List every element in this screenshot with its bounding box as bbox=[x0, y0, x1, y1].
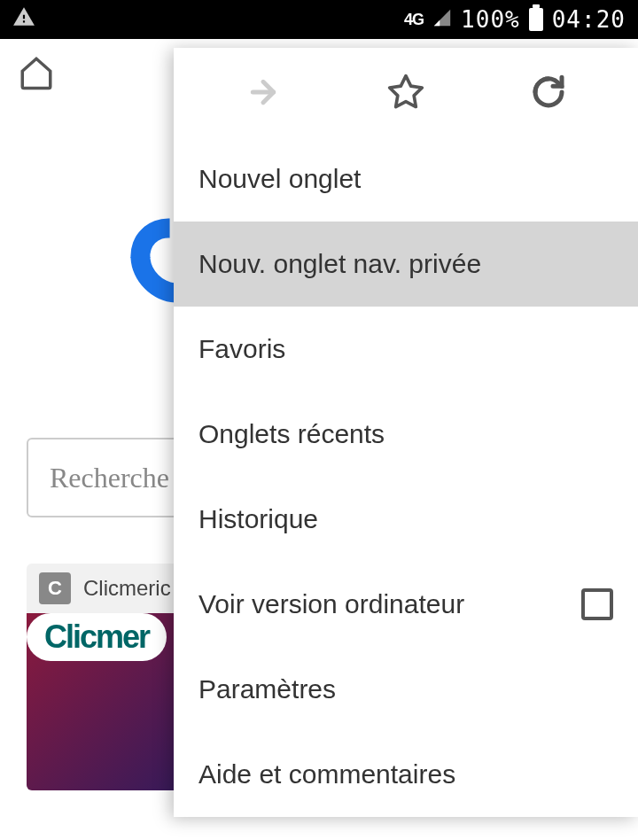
home-icon[interactable] bbox=[18, 54, 55, 95]
clock: 04:20 bbox=[552, 6, 626, 33]
menu-icon-row bbox=[174, 48, 638, 136]
card-logo: Clicmer bbox=[27, 613, 167, 661]
menu-item-history[interactable]: Historique bbox=[174, 477, 638, 562]
overflow-menu: Nouvel onglet Nouv. onglet nav. privée F… bbox=[174, 48, 638, 817]
menu-item-label: Voir version ordinateur bbox=[198, 589, 464, 619]
menu-item-bookmarks[interactable]: Favoris bbox=[174, 307, 638, 392]
menu-item-new-tab[interactable]: Nouvel onglet bbox=[174, 136, 638, 222]
menu-item-label: Nouv. onglet nav. privée bbox=[198, 249, 481, 279]
forward-icon bbox=[242, 71, 284, 113]
battery-percentage: 100% bbox=[461, 6, 520, 33]
card-title: Clicmeric – bbox=[83, 576, 189, 601]
reload-icon[interactable] bbox=[527, 71, 570, 113]
menu-item-desktop-site[interactable]: Voir version ordinateur bbox=[174, 562, 638, 647]
network-type: 4G bbox=[404, 11, 424, 29]
menu-item-label: Paramètres bbox=[198, 674, 336, 704]
card-favicon: C bbox=[39, 572, 71, 604]
menu-item-help[interactable]: Aide et commentaires bbox=[174, 732, 638, 817]
menu-item-label: Onglets récents bbox=[198, 419, 385, 449]
warning-icon bbox=[12, 5, 35, 35]
menu-item-settings[interactable]: Paramètres bbox=[174, 647, 638, 732]
bookmark-star-icon[interactable] bbox=[385, 71, 427, 113]
battery-icon bbox=[529, 8, 543, 31]
menu-item-label: Historique bbox=[198, 504, 318, 534]
menu-item-label: Nouvel onglet bbox=[198, 164, 361, 194]
svg-marker-1 bbox=[390, 76, 423, 107]
signal-icon bbox=[432, 6, 452, 34]
menu-item-new-incognito-tab[interactable]: Nouv. onglet nav. privée bbox=[174, 222, 638, 307]
menu-item-label: Favoris bbox=[198, 334, 285, 364]
search-placeholder: Recherche bbox=[50, 462, 169, 494]
menu-item-label: Aide et commentaires bbox=[198, 759, 455, 789]
menu-item-recent-tabs[interactable]: Onglets récents bbox=[174, 392, 638, 477]
status-left bbox=[12, 5, 35, 35]
status-bar: 4G 100% 04:20 bbox=[0, 0, 638, 39]
status-right: 4G 100% 04:20 bbox=[404, 6, 626, 34]
desktop-site-checkbox[interactable] bbox=[581, 588, 613, 620]
